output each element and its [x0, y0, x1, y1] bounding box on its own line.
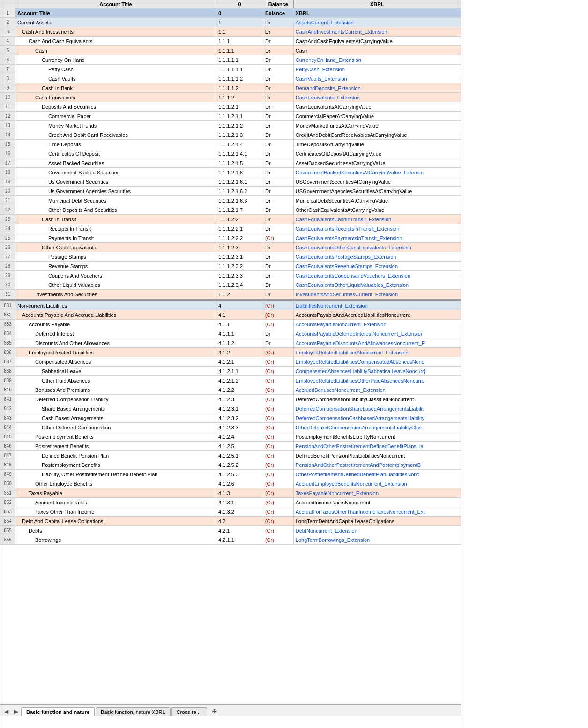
- account-title: Bonuses And Premiums: [15, 385, 216, 394]
- tab-nav-prev[interactable]: ◀: [1, 707, 11, 716]
- account-title: Postage Stamps: [15, 252, 216, 261]
- xbrl-label: CashEquivalentsPostageStamps_Extension: [294, 252, 461, 261]
- row-number: 21: [0, 196, 15, 205]
- table-row: 840Bonuses And Premiums4.1.2.2(Cr)Accrue…: [0, 385, 461, 395]
- balance-type: Dr: [263, 215, 294, 224]
- table-row: 838Sabbatical Leave4.1.2.1.1(Cr)Compensa…: [0, 367, 461, 376]
- account-title: Liability, Other Postretirement Defined …: [15, 470, 216, 479]
- table-row: 853Taxes Other Than Income4.1.3.2(Cr)Acc…: [0, 507, 461, 517]
- account-title: Sabbatical Leave: [15, 367, 216, 375]
- xbrl-label: Cash: [294, 46, 461, 55]
- balance-type: (Cr): [263, 310, 294, 319]
- account-number: 4.1.2.3: [216, 395, 263, 404]
- balance-type: (Cr): [263, 413, 294, 422]
- row-number: 847: [0, 451, 15, 460]
- sheet-tab[interactable]: Basic function and nature: [21, 707, 95, 716]
- balance-type: Dr: [263, 262, 294, 270]
- row-number: 6: [0, 55, 15, 64]
- balance-type: Dr: [263, 187, 294, 195]
- xbrl-label: AccruedBonusesNoncurrent_Extension: [294, 385, 461, 394]
- sheet-tab[interactable]: Cross-re ...: [171, 707, 207, 716]
- account-number: 1.1.1.1: [216, 46, 263, 55]
- row-number: 12: [0, 112, 15, 120]
- table-row: 856Borrowings4.2.1.1(Cr)LongTermBorrowin…: [0, 535, 461, 545]
- table-row: 846Postretirement Benefits4.1.2.5(Cr)Pen…: [0, 442, 461, 451]
- xbrl-label: CashEquivalentsReceiptsinTransit_Extensi…: [294, 224, 461, 233]
- account-title: Other Deposits And Securities: [15, 205, 216, 214]
- balance-type: Dr: [263, 37, 294, 45]
- row-number: 19: [0, 177, 15, 186]
- table-row: 31Investments And Securities1.1.2DrInves…: [0, 290, 461, 299]
- balance-type: (Cr): [263, 301, 294, 310]
- account-number: 1.1.1.2.3.2: [216, 262, 263, 270]
- account-title: Debts: [15, 526, 216, 535]
- xbrl-label: CashEquivalentsOtherCashEquivalents_Exte…: [294, 243, 461, 252]
- balance-type: (Cr): [263, 517, 294, 525]
- table-row: 832Accounts Payable And Accrued Liabilit…: [0, 310, 461, 320]
- balance-type: (Cr): [263, 498, 294, 507]
- balance-type: Dr: [263, 55, 294, 64]
- table-row: 851Taxes Payable4.1.3(Cr)TaxesPayableNon…: [0, 488, 461, 498]
- table-row: 837Compensated Absences4.1.2.1(Cr)Employ…: [0, 357, 461, 367]
- account-title: Cash In Bank: [15, 83, 216, 92]
- account-number: 4.1.3.1: [216, 498, 263, 507]
- table-row: 852Accrued Income Taxes4.1.3.1(Cr)Accrue…: [0, 498, 461, 507]
- account-title: Credit And Debit Card Receivables: [15, 130, 216, 139]
- account-number: 4.1.2.2: [216, 385, 263, 394]
- balance-type: (Cr): [263, 451, 294, 460]
- col-header-d: XBRL: [294, 0, 461, 8]
- row-number: 836: [0, 348, 15, 357]
- account-number: 1.1.1.2.1.3: [216, 130, 263, 139]
- row-number: 841: [0, 395, 15, 404]
- balance-type: (Cr): [263, 460, 294, 469]
- account-title: Commercial Paper: [15, 112, 216, 120]
- row-number: 5: [0, 46, 15, 55]
- row-number: 837: [0, 357, 15, 366]
- add-sheet-button[interactable]: ⊕: [208, 706, 221, 716]
- balance-type: Dr: [263, 102, 294, 111]
- xbrl-label: DemandDeposits_Extension: [294, 83, 461, 92]
- row-number: 13: [0, 121, 15, 130]
- table-row: 16Certificates Of Deposit1.1.1.2.1.4.1Dr…: [0, 149, 461, 158]
- account-title: Cash And Investments: [15, 27, 216, 36]
- row-number: 856: [0, 535, 15, 544]
- xbrl-label: InvestmentsAndSecuritiesCurrent_Extensio…: [294, 290, 461, 299]
- sheet-tab[interactable]: Basic function, nature XBRL: [96, 707, 171, 716]
- account-number: 1.1.1.2.3.4: [216, 280, 263, 289]
- table-row: 7Petty Cash1.1.1.1.1.1DrPettyCash_Extens…: [0, 65, 461, 74]
- balance-type: (Cr): [263, 320, 294, 329]
- account-number: 1.1.1.2.1.4.1: [216, 149, 263, 158]
- row-number: 835: [0, 338, 15, 347]
- row-number: 850: [0, 479, 15, 488]
- balance-type: Dr: [263, 83, 294, 92]
- account-number: 4.1.2.5.3: [216, 470, 263, 479]
- row-number: 24: [0, 224, 15, 233]
- account-number: 4.1: [216, 310, 263, 319]
- balance-type: Dr: [263, 271, 294, 280]
- account-number: 1.1.1.2: [216, 93, 263, 102]
- xbrl-label: LongTermBorrowings_Extension: [294, 535, 461, 544]
- bottom-section: 831Non-current Liabilities4(Cr)Liabiliti…: [0, 301, 461, 704]
- table-row: 848Postemployment Benefits4.1.2.5.2(Cr)P…: [0, 460, 461, 470]
- xbrl-label: CashEquivalentsOtherLiquidValuables_Exte…: [294, 280, 461, 289]
- account-title: Accrued Income Taxes: [15, 498, 216, 507]
- account-title: Compensated Absences: [15, 357, 216, 366]
- account-title: Postemployment Benefits: [15, 460, 216, 469]
- account-title: Cash: [15, 46, 216, 55]
- row-number: 30: [0, 280, 15, 289]
- account-title: Revenue Stamps: [15, 262, 216, 270]
- xbrl-label: CreditAndDebitCardReceivablesAtCarryingV…: [294, 130, 461, 139]
- account-title: Discounts And Other Allowances: [15, 338, 216, 347]
- account-number: 4.2: [216, 517, 263, 525]
- account-number: 4.1.2.3.2: [216, 413, 263, 422]
- account-title: Deferred Compensation Liability: [15, 395, 216, 404]
- tab-nav-next[interactable]: ▶: [11, 707, 21, 716]
- row-number: 839: [0, 376, 15, 385]
- xbrl-label: AssetsCurrent_Extension: [294, 18, 461, 27]
- account-title: Other Deferred Compensation: [15, 423, 216, 432]
- account-number: 1.1.1.2.1.6.2: [216, 187, 263, 195]
- account-title: Government-Backed Securities: [15, 168, 216, 177]
- account-number: 1.1.1.2.1: [216, 102, 263, 111]
- account-title: Deposits And Securities: [15, 102, 216, 111]
- balance-type: (Cr): [263, 348, 294, 357]
